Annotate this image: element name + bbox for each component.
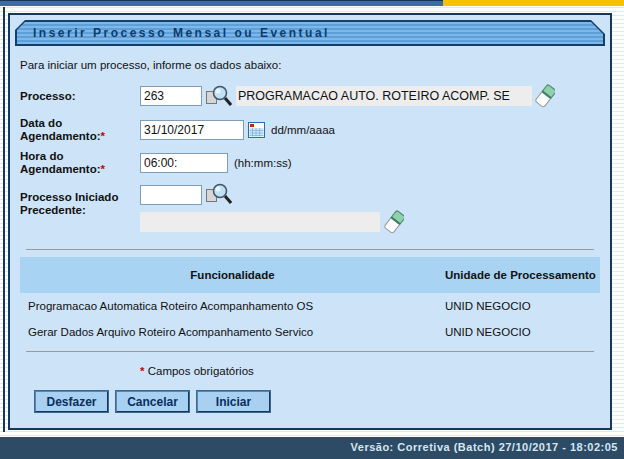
data-agendamento-label: Data do Agendamento: xyxy=(20,117,101,142)
required-asterisk: * xyxy=(140,365,144,377)
data-agendamento-row: Data do Agendamento:* dd/mm/aaaa xyxy=(20,117,600,143)
intro-text: Para iniciar um processo, informe os dad… xyxy=(20,59,600,71)
divider xyxy=(26,351,594,352)
table-header-row: Funcionalidade Unidade de Processamento xyxy=(20,257,600,293)
funcionalidade-cell: Gerar Dados Arquivo Roteiro Acompanhamen… xyxy=(20,326,445,338)
hora-agendamento-row: Hora do Agendamento:* (hh:mm:ss) xyxy=(20,150,600,176)
funcionalidade-table: Funcionalidade Unidade de Processamento … xyxy=(20,257,600,345)
divider xyxy=(26,249,594,250)
required-asterisk: * xyxy=(101,130,105,142)
processo-label: Processo: xyxy=(20,90,140,103)
time-format-hint: (hh:mm:ss) xyxy=(234,157,292,169)
cancelar-button[interactable]: Cancelar xyxy=(116,391,189,412)
top-bar-yellow xyxy=(443,0,624,6)
processo-description: PROGRAMACAO AUTO. ROTEIRO ACOMP. SE xyxy=(236,86,532,106)
calendar-icon[interactable] xyxy=(248,122,265,138)
funcionalidade-cell: Programacao Automatica Roteiro Acompanha… xyxy=(20,300,445,312)
table-row: Gerar Dados Arquivo Roteiro Acompanhamen… xyxy=(20,319,600,345)
button-row: Desfazer Cancelar Iniciar xyxy=(35,391,593,412)
hora-agendamento-label: Hora do Agendamento: xyxy=(20,150,101,175)
data-agendamento-input[interactable] xyxy=(140,120,244,140)
top-bar-blue xyxy=(0,0,443,6)
precedente-lookup-icon[interactable] xyxy=(205,183,232,206)
table-row: Programacao Automatica Roteiro Acompanha… xyxy=(20,293,600,319)
version-status-bar: Versão: Corretiva (Batch) 27/10/2017 - 1… xyxy=(0,437,624,459)
date-format-hint: dd/mm/aaaa xyxy=(271,124,335,136)
required-fields-note: * Campos obrigatórios xyxy=(140,365,600,377)
required-asterisk: * xyxy=(101,163,105,175)
column-header-funcionalidade: Funcionalidade xyxy=(20,269,445,281)
page-title: Inserir Processo Mensal ou Eventual xyxy=(17,22,603,44)
iniciar-button[interactable]: Iniciar xyxy=(197,391,270,412)
processo-eraser-icon[interactable] xyxy=(535,84,555,108)
processo-row: Processo: PROGRAMACAO AUTO. ROTEIRO ACOM… xyxy=(20,84,600,108)
processo-precedente-label: Processo Iniciado Precedente: xyxy=(20,183,140,217)
processo-precedente-input[interactable] xyxy=(140,185,202,205)
unidade-cell: UNID NEGOCIO xyxy=(445,300,600,312)
hora-agendamento-input[interactable] xyxy=(140,153,228,173)
precedente-eraser-icon[interactable] xyxy=(384,210,404,234)
precedente-description xyxy=(140,212,380,232)
desfazer-button[interactable]: Desfazer xyxy=(35,391,108,412)
column-header-unidade: Unidade de Processamento xyxy=(445,268,600,282)
panel-title-bar: Inserir Processo Mensal ou Eventual xyxy=(15,20,605,46)
main-panel: Inserir Processo Mensal ou Eventual Para… xyxy=(8,13,612,430)
processo-input[interactable] xyxy=(140,86,202,106)
frame-border xyxy=(3,7,5,432)
unidade-cell: UNID NEGOCIO xyxy=(445,326,600,338)
processo-precedente-row: Processo Iniciado Precedente: xyxy=(20,183,600,234)
processo-lookup-icon[interactable] xyxy=(205,85,232,108)
